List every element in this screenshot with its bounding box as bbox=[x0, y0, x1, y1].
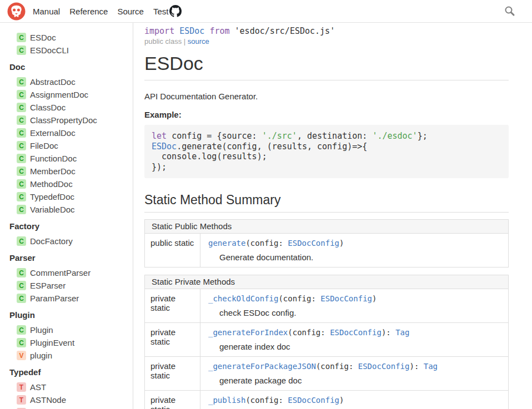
kind-badge-C: C bbox=[17, 115, 26, 125]
sidebar-item-label: MemberDoc bbox=[30, 166, 76, 176]
sidebar-item-DocFactory[interactable]: CDocFactory bbox=[9, 235, 133, 248]
sidebar-item-ESDoc[interactable]: CESDoc bbox=[9, 31, 133, 44]
sidebar-item-ClassDoc[interactable]: CClassDoc bbox=[9, 101, 133, 114]
kind-badge-C: C bbox=[17, 77, 26, 87]
sidebar-item-TypedefDoc[interactable]: CTypedefDoc bbox=[9, 190, 133, 203]
sidebar-item-MemberDoc[interactable]: CMemberDoc bbox=[9, 165, 133, 178]
import-link[interactable]: ESDoc bbox=[179, 26, 204, 36]
sidebar-item-VariableDoc[interactable]: CVariableDoc bbox=[9, 203, 133, 216]
kind-badge-C: C bbox=[17, 90, 26, 99]
sidebar-item-plugin[interactable]: Vplugin bbox=[9, 349, 133, 362]
sidebar-item-label: ESDocCLI bbox=[30, 46, 69, 55]
detail-cell: _generateForPackageJSON(config: ESDocCon… bbox=[200, 357, 508, 390]
page-title: ESDoc bbox=[144, 53, 509, 80]
sidebar-item-ExternalDoc[interactable]: CExternalDoc bbox=[9, 127, 133, 139]
table-row: private static_publish(config: ESDocConf… bbox=[145, 390, 508, 409]
sidebar-item-label: ParamParser bbox=[30, 294, 79, 303]
code-text: config = {source: bbox=[172, 131, 262, 141]
github-icon[interactable] bbox=[169, 5, 182, 17]
signature-text: (config: bbox=[245, 239, 288, 248]
method-summary-table: Static Private Methodsprivate static_che… bbox=[144, 275, 509, 409]
method-tables: Static Public Methodspublic staticgenera… bbox=[144, 219, 509, 409]
method-signature: _generateForIndex(config: ESDocConfig): … bbox=[208, 327, 500, 337]
signature-text: ) bbox=[339, 396, 344, 405]
kind-badge-C: C bbox=[17, 46, 26, 55]
signature-link[interactable]: ESDocConfig bbox=[358, 362, 410, 371]
kind-badge-C: C bbox=[17, 325, 26, 335]
code-text: }); bbox=[152, 162, 167, 172]
nav-link-manual[interactable]: Manual bbox=[33, 7, 60, 16]
search-icon[interactable] bbox=[503, 4, 516, 18]
modifier-cell: private static bbox=[145, 391, 200, 409]
sidebar-item-CoverageObject[interactable]: TCoverageObject bbox=[9, 406, 133, 409]
sidebar-item-ESDocCLI[interactable]: CESDocCLI bbox=[9, 44, 133, 57]
kind-badge-C: C bbox=[17, 192, 26, 201]
signature-link[interactable]: ESDocConfig bbox=[330, 328, 382, 337]
sidebar-group-title-typedef: Typedef bbox=[9, 366, 133, 378]
method-summary-table: Static Public Methodspublic staticgenera… bbox=[144, 219, 509, 267]
sidebar-item-label: ClassDoc bbox=[30, 103, 66, 112]
table-row: private static_generateForIndex(config: … bbox=[145, 322, 508, 356]
nav-link-source[interactable]: Source bbox=[117, 7, 144, 16]
import-text: 'esdoc/src/ESDoc.js' bbox=[235, 26, 335, 36]
example-code-block: let config = {source: './src', destinati… bbox=[144, 125, 509, 178]
kind-badge-C: C bbox=[17, 128, 26, 138]
kind-badge-C: C bbox=[17, 141, 26, 150]
sidebar-item-PluginEvent[interactable]: CPluginEvent bbox=[9, 336, 133, 349]
kind-badge-C: C bbox=[17, 268, 26, 277]
kind-badge-C: C bbox=[17, 103, 26, 112]
sidebar-item-AST[interactable]: TAST bbox=[9, 381, 133, 393]
main-content: import ESDoc from 'esdoc/src/ESDoc.js' p… bbox=[133, 23, 532, 409]
signature-link[interactable]: _generateForPackageJSON bbox=[208, 362, 316, 371]
table-row: public staticgenerate(config: ESDocConfi… bbox=[145, 234, 508, 267]
sidebar-item-Plugin[interactable]: CPlugin bbox=[9, 324, 133, 336]
source-link[interactable]: source bbox=[188, 37, 209, 46]
signature-link[interactable]: Tag bbox=[424, 362, 438, 371]
modifier-cell: public static bbox=[145, 234, 200, 267]
signature-link[interactable]: _checkOldConfig bbox=[208, 294, 278, 303]
signature-link[interactable]: ESDocConfig bbox=[288, 396, 339, 405]
sidebar-item-AbstractDoc[interactable]: CAbstractDoc bbox=[9, 75, 133, 88]
sidebar-item-label: ESDoc bbox=[30, 33, 56, 42]
sidebar-item-FunctionDoc[interactable]: CFunctionDoc bbox=[9, 152, 133, 165]
sidebar-item-MethodDoc[interactable]: CMethodDoc bbox=[9, 178, 133, 190]
signature-link[interactable]: _publish bbox=[208, 396, 245, 405]
sidebar-item-FileDoc[interactable]: CFileDoc bbox=[9, 139, 133, 152]
signature-link[interactable]: ESDocConfig bbox=[320, 294, 372, 303]
code-link[interactable]: ESDoc bbox=[152, 142, 177, 152]
top-header: ManualReferenceSourceTest bbox=[0, 0, 532, 23]
import-statement: import ESDoc from 'esdoc/src/ESDoc.js' bbox=[144, 26, 509, 37]
signature-text: ) bbox=[372, 294, 377, 303]
sidebar-group-title-doc: Doc bbox=[9, 61, 133, 73]
sidebar-item-label: CommentParser bbox=[30, 268, 91, 277]
sidebar-item-CommentParser[interactable]: CCommentParser bbox=[9, 266, 133, 279]
kind-badge-C: C bbox=[17, 179, 26, 189]
signature-link[interactable]: Tag bbox=[395, 328, 409, 337]
sidebar-item-label: ExternalDoc bbox=[30, 128, 76, 138]
signature-link[interactable]: ESDocConfig bbox=[288, 239, 339, 248]
esdoc-logo-icon[interactable] bbox=[7, 2, 26, 21]
sidebar-group-title-parser: Parser bbox=[9, 252, 133, 264]
sidebar-group-title-plugin: Plugin bbox=[9, 309, 133, 321]
sidebar-item-ParamParser[interactable]: CParamParser bbox=[9, 292, 133, 305]
sidebar-item-label: TypedefDoc bbox=[30, 192, 74, 201]
table-row: private static_checkOldConfig(config: ES… bbox=[145, 289, 508, 322]
code-text: }; bbox=[418, 131, 428, 141]
sidebar-item-ASTNode[interactable]: TASTNode bbox=[9, 393, 133, 406]
sidebar-item-AssignmentDoc[interactable]: CAssignmentDoc bbox=[9, 88, 133, 101]
header-nav: ManualReferenceSourceTest bbox=[33, 7, 168, 16]
signature-link[interactable]: generate bbox=[208, 239, 245, 248]
code-line: ESDoc.generate(config, (results, config)… bbox=[152, 142, 501, 152]
class-meta: public class | source bbox=[144, 37, 509, 46]
nav-link-reference[interactable]: Reference bbox=[69, 7, 108, 16]
signature-link[interactable]: _generateForIndex bbox=[208, 328, 288, 337]
nav-link-test[interactable]: Test bbox=[153, 7, 169, 16]
sidebar-item-ClassPropertyDoc[interactable]: CClassPropertyDoc bbox=[9, 114, 133, 127]
method-signature: _publish(config: ESDocConfig) bbox=[208, 395, 500, 405]
detail-cell: generate(config: ESDocConfig)Generate do… bbox=[200, 234, 508, 267]
code-text: './src' bbox=[262, 131, 297, 141]
sidebar-item-label: VariableDoc bbox=[30, 205, 75, 214]
sidebar: CESDocCESDocCLIDocCAbstractDocCAssignmen… bbox=[0, 23, 133, 409]
sidebar-item-ESParser[interactable]: CESParser bbox=[9, 279, 133, 292]
kind-badge-C: C bbox=[17, 166, 26, 176]
